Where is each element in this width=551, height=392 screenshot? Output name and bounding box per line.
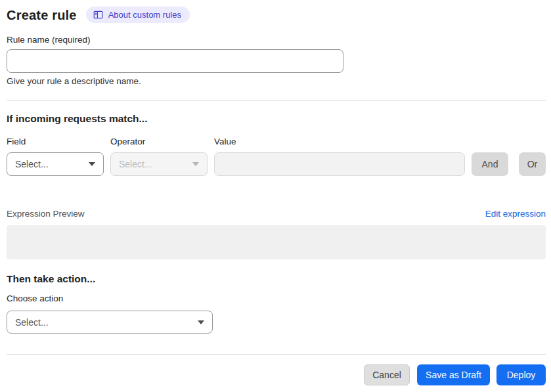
expression-preview-box <box>7 225 546 259</box>
about-custom-rules-badge[interactable]: About custom rules <box>86 7 190 23</box>
action-section-heading: Then take action... <box>7 273 546 284</box>
rule-name-help-text: Give your rule a descriptive name. <box>7 77 546 86</box>
rule-name-input[interactable] <box>7 49 343 73</box>
match-section-heading: If incoming requests match... <box>7 113 546 125</box>
expression-preview-label: Expression Preview <box>7 209 85 219</box>
save-as-draft-button[interactable]: Save as Draft <box>417 364 490 385</box>
page-title: Create rule <box>7 7 77 23</box>
value-input[interactable] <box>214 152 465 176</box>
operator-label: Operator <box>110 137 214 146</box>
choose-action-placeholder: Select... <box>15 317 49 328</box>
about-badge-label: About custom rules <box>108 11 181 20</box>
choose-action-label: Choose action <box>7 294 546 303</box>
create-rule-form: Create rule About custom rules Rule name… <box>0 0 551 385</box>
deploy-button[interactable]: Deploy <box>496 364 546 385</box>
field-select[interactable]: Select... <box>7 152 104 176</box>
section-divider <box>7 100 546 101</box>
or-button[interactable]: Or <box>519 152 546 176</box>
choose-action-select[interactable]: Select... <box>7 311 213 334</box>
chevron-down-icon <box>89 162 95 166</box>
rule-name-label: Rule name (required) <box>7 35 546 45</box>
book-icon <box>93 10 103 20</box>
and-button[interactable]: And <box>472 152 508 176</box>
header: Create rule About custom rules <box>7 7 546 23</box>
match-controls-row: Select... Select... And Or <box>7 152 546 176</box>
expression-preview-row: Expression Preview Edit expression <box>7 209 546 219</box>
field-label: Field <box>7 137 110 146</box>
operator-select-placeholder: Select... <box>119 159 152 169</box>
match-labels-row: Field Operator Value <box>7 137 546 146</box>
footer-divider <box>7 354 546 355</box>
chevron-down-icon <box>198 320 204 324</box>
footer-actions: Cancel Save as Draft Deploy <box>7 364 546 385</box>
cancel-button[interactable]: Cancel <box>364 364 410 385</box>
operator-select[interactable]: Select... <box>110 152 208 176</box>
edit-expression-link[interactable]: Edit expression <box>485 209 546 219</box>
chevron-down-icon <box>192 162 199 166</box>
rule-name-block: Rule name (required) Give your rule a de… <box>7 35 546 86</box>
value-label: Value <box>214 137 546 146</box>
field-select-placeholder: Select... <box>15 159 49 169</box>
